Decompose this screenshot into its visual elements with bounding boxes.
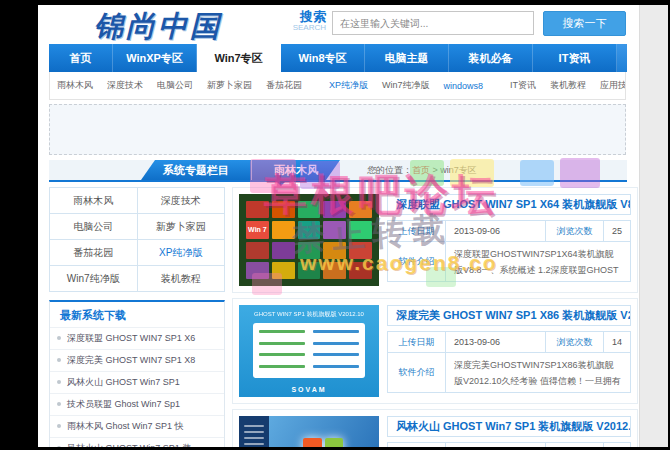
search-label: 搜索 SEARCH [282,10,326,32]
category-cell-yulin[interactable]: 雨林木风 [50,188,138,214]
breadcrumb-separator: > [433,165,438,175]
breadcrumb-current: win7专区 [440,165,477,175]
main-content: 雨林木风 深度技术 电脑公司 新萝卜家园 番茄花园 XP纯净版 Win7纯净版 … [49,187,640,447]
article-info: 深度完美 GHOST WIN7 SP1 X86 装机旗舰版 V2012.10 上… [387,305,631,397]
subnav-item-xp-pure[interactable]: XP纯净版 [329,79,368,92]
article-title-link[interactable]: 深度联盟 GHOST WIN7 SP1 X64 装机旗舰版 V8.8 [387,194,631,215]
search-button[interactable]: 搜索一下 [543,11,626,36]
list-item[interactable]: 技术员联盟 Ghost Win7 Sp1 [50,393,224,415]
main-nav: 首页 WinXP专区 Win7专区 Win8专区 电脑主题 装机必备 IT资讯 [49,44,627,72]
browser-viewport: 锦尚中国 搜索 SEARCH 搜索一下 首页 WinXP专区 Win7专区 Wi… [38,5,668,447]
article-list: Win 7 深度联盟 GHOST WIN7 SP1 X64 装机旗舰版 V8.8… [232,187,638,447]
article-meta-row: 上传日期 2013-09-06 浏览次数 9 [387,442,631,447]
site-logo[interactable]: 锦尚中国 [94,7,222,47]
views-value: 14 [603,331,631,353]
views-label: 浏览次数 [545,331,604,353]
subnav-item-it-news[interactable]: IT资讯 [510,79,536,92]
date-value: 2013-09-06 [445,220,546,242]
date-label: 上传日期 [387,442,446,447]
article-card: 风林火山 GHOST Win7 SP1 装机旗舰版 V2012.07（64位） … [232,409,638,447]
list-item[interactable]: 雨林木风 Ghost Win7 SP1 快 [50,415,224,437]
date-label: 上传日期 [387,331,446,353]
nav-item-install-essentials[interactable]: 装机必备 [449,44,533,72]
date-label: 上传日期 [387,220,446,242]
breadcrumb-home-link[interactable]: 首页 [412,165,430,175]
tab-yulinmufeng[interactable]: 雨林木风 [251,160,340,180]
article-info: 深度联盟 GHOST WIN7 SP1 X64 装机旗舰版 V8.8 上传日期 … [387,194,631,286]
nav-item-it-news[interactable]: IT资讯 [533,44,617,72]
article-thumbnail-win7-desktop[interactable] [239,416,379,447]
nav-item-home[interactable]: 首页 [49,44,113,72]
category-cell-xp-pure[interactable]: XP纯净版 [138,240,226,266]
thumbnail-text-box [253,323,365,378]
category-cell-install-tutorial[interactable]: 装机教程 [138,266,226,292]
thumbnail-menu-strip [239,416,269,447]
subnav-item-app-tips[interactable]: 应用技巧 [600,79,626,92]
sidebar: 雨林木风 深度技术 电脑公司 新萝卜家园 番茄花园 XP纯净版 Win7纯净版 … [49,187,225,447]
subnav-item-shendu[interactable]: 深度技术 [107,79,143,92]
thumbnail-header-text: GHOST WIN7 SP1 装机旗舰版 V2012.10 [239,310,379,319]
views-label: 浏览次数 [545,220,604,242]
latest-downloads-box: 最新系统下载 深度联盟 GHOST WIN7 SP1 X6 深度完美 GHOST… [49,300,225,447]
nav-item-pc-themes[interactable]: 电脑主题 [365,44,449,72]
category-cell-fanqie[interactable]: 番茄花园 [50,240,138,266]
subnav-item-diannao[interactable]: 电脑公司 [157,79,193,92]
intro-label: 软件介绍 [387,241,446,282]
search-label-cn: 搜索 [282,10,326,23]
views-label: 浏览次数 [545,442,604,447]
win7-tile-label: Win 7 [246,221,269,239]
intro-label: 软件介绍 [387,352,446,393]
section-tabstrip: 系统专题栏目 雨林木风 您的位置：首页 > win7专区 [49,160,627,182]
article-title-link[interactable]: 深度完美 GHOST WIN7 SP1 X86 装机旗舰版 V2012.10 [387,305,631,326]
category-cell-diannao[interactable]: 电脑公司 [50,214,138,240]
site-header: 锦尚中国 搜索 SEARCH 搜索一下 [38,5,639,44]
category-cell-luobo[interactable]: 新萝卜家园 [138,214,226,240]
article-intro-row: 软件介绍 深度完美GHOSTWIN7SP1X86装机旗舰版V2012.10久经考… [387,352,631,393]
thumbnail-footer-logo: SOVAM [239,386,379,393]
list-item[interactable]: 风林火山 GHOST Win7 SP1 [50,371,224,393]
intro-text: 深度完美GHOSTWIN7SP1X86装机旗舰版V2012.10久经考验 值得信… [445,352,631,393]
article-card: GHOST WIN7 SP1 装机旗舰版 V2012.10 SOVAM 深度完美… [232,298,638,404]
views-value: 25 [603,220,631,242]
subnav-item-install-tutorial[interactable]: 装机教程 [550,79,586,92]
list-item[interactable]: 深度完美 GHOST WIN7 SP1 X8 [50,349,224,371]
tiles-decoration: Win 7 [246,201,372,279]
date-value: 2013-09-06 [445,331,546,353]
subnav-item-windows8[interactable]: windows8 [444,81,484,91]
article-title-link[interactable]: 风林火山 GHOST Win7 SP1 装机旗舰版 V2012.07（64位） [387,416,631,437]
section-tabs: 系统专题栏目 雨林木风 [141,160,340,180]
nav-item-win7-zone[interactable]: Win7专区 [197,44,281,72]
ad-banner-placeholder [49,104,626,155]
article-thumbnail-blue-card[interactable]: GHOST WIN7 SP1 装机旗舰版 V2012.10 SOVAM [239,305,379,397]
tab-notch-icon [277,182,285,190]
breadcrumb-prefix: 您的位置： [367,165,412,175]
intro-text: 深度联盟GHOSTWIN7SP1X64装机旗舰版V8.8一、系统概述 1.2深度… [445,241,631,282]
search-label-en: SEARCH [282,24,326,32]
article-meta-row: 上传日期 2013-09-06 浏览次数 25 [387,220,631,242]
category-grid: 雨林木风 深度技术 电脑公司 新萝卜家园 番茄花园 XP纯净版 Win7纯净版 … [49,187,225,292]
article-meta-row: 上传日期 2013-09-06 浏览次数 14 [387,331,631,353]
article-thumbnail-win8-tiles[interactable]: Win 7 [239,194,379,286]
site-container: 锦尚中国 搜索 SEARCH 搜索一下 首页 WinXP专区 Win7专区 Wi… [38,5,640,447]
category-cell-win7-pure[interactable]: Win7纯净版 [50,266,138,292]
article-info: 风林火山 GHOST Win7 SP1 装机旗舰版 V2012.07（64位） … [387,416,631,447]
breadcrumb: 您的位置：首页 > win7专区 [367,160,477,180]
article-intro-row: 软件介绍 深度联盟GHOSTWIN7SP1X64装机旗舰版V8.8一、系统概述 … [387,241,631,282]
list-item[interactable]: 深度联盟 GHOST WIN7 SP1 X6 [50,327,224,349]
sub-nav: 雨林木风 深度技术 电脑公司 新萝卜家园 番茄花园 XP纯净版 Win7纯净版 … [49,72,626,100]
views-value: 9 [603,442,631,447]
subnav-item-win7-pure[interactable]: Win7纯净版 [382,79,430,92]
nav-item-win8-zone[interactable]: Win8专区 [281,44,365,72]
date-value: 2013-09-06 [445,442,546,447]
article-card: Win 7 深度联盟 GHOST WIN7 SP1 X64 装机旗舰版 V8.8… [232,187,638,293]
subnav-item-yulin[interactable]: 雨林木风 [57,79,93,92]
windows-logo-icon [303,438,343,447]
category-cell-shendu[interactable]: 深度技术 [138,188,226,214]
nav-item-winxp-zone[interactable]: WinXP专区 [113,44,197,72]
subnav-item-luobo[interactable]: 新萝卜家园 [207,79,252,92]
subnav-item-fanqie[interactable]: 番茄花园 [266,79,302,92]
search-input[interactable] [332,11,534,35]
tab-system-topics[interactable]: 系统专题栏目 [141,160,251,180]
list-item[interactable]: 风林火山 GHOST Win7 SP1 装 [50,437,224,447]
latest-downloads-title: 最新系统下载 [50,302,224,327]
